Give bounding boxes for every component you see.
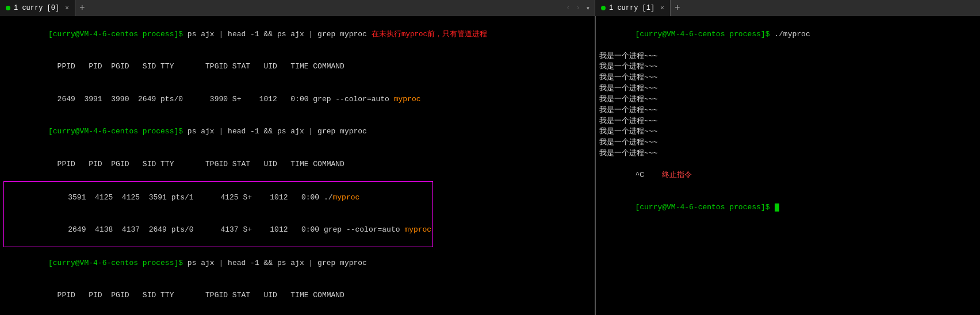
left-panel: [curry@VM-4-6-centos process]$ ps ajx | …	[0, 16, 595, 315]
tab-left[interactable]: 1 curry [0] ×	[0, 0, 75, 16]
nav-right-arrow[interactable]: ›	[574, 3, 583, 13]
left-terminal-content: [curry@VM-4-6-centos process]$ ps ajx | …	[0, 16, 595, 315]
right-terminal-content: [curry@VM-4-6-centos process]$ ./myproc …	[596, 16, 980, 315]
terminal-upper: [curry@VM-4-6-centos process]$ ps ajx | …	[3, 18, 591, 315]
tab-dot-left	[6, 6, 10, 10]
cursor-right	[775, 203, 779, 212]
prompt-1: [curry@VM-4-6-centos process]$	[48, 30, 183, 39]
right-panel: [curry@VM-4-6-centos process]$ ./myproc …	[595, 16, 980, 315]
nav-arrows-left: ‹ › ▾	[564, 3, 592, 14]
tab-bar: 1 curry [0] × + ‹ › ▾ 1 curry [1] × +	[0, 0, 980, 16]
tab-bar-right: 1 curry [1] × +	[595, 0, 980, 16]
ctrl-c-signal: ^C	[635, 171, 644, 179]
cmd-line-2: [curry@VM-4-6-centos process]$ ps ajx | …	[3, 116, 591, 149]
header-row-1: PPID PID PGID SID TTY TPGID STAT UID TIM…	[3, 51, 591, 84]
output-2: 我是一个进程~~~	[599, 62, 977, 72]
boxed-row-1: 3591 4125 4125 3591 pts/1 4125 S+ 1012 0…	[5, 182, 431, 214]
right-cmd-line: [curry@VM-4-6-centos process]$ ./myproc	[599, 18, 977, 51]
output-8: 我是一个进程~~~	[599, 126, 977, 137]
tab-add-right[interactable]: +	[671, 0, 684, 16]
data-row-3: 2649 4177 4176 2649 pts/0 4176 S+ 1012 0…	[3, 312, 591, 315]
output-7: 我是一个进程~~~	[599, 116, 977, 127]
tab-bar-left: 1 curry [0] × + ‹ › ▾	[0, 0, 595, 16]
tab-label-right: 1 curry [1]	[609, 4, 654, 12]
prompt-3: [curry@VM-4-6-centos process]$	[48, 259, 183, 267]
tab-right[interactable]: 1 curry [1] ×	[595, 0, 671, 16]
content-area: [curry@VM-4-6-centos process]$ ps ajx | …	[0, 16, 980, 315]
tab-close-left[interactable]: ×	[65, 5, 69, 11]
cmd-1: ps ajx | head -1 && ps ajx | grep myproc	[183, 30, 367, 39]
ctrl-c-line: ^C 终止指令	[599, 159, 977, 192]
output-5: 我是一个进程~~~	[599, 94, 977, 105]
cmd-line-3: [curry@VM-4-6-centos process]$ ps ajx | …	[3, 247, 591, 280]
right-final-prompt: [curry@VM-4-6-centos process]$	[599, 192, 977, 225]
tab-close-right[interactable]: ×	[660, 5, 664, 11]
cmd-line-1: [curry@VM-4-6-centos process]$ ps ajx | …	[3, 18, 591, 51]
output-9: 我是一个进程~~~	[599, 137, 977, 148]
output-1: 我是一个进程~~~	[599, 51, 977, 62]
output-10: 我是一个进程~~~	[599, 148, 977, 159]
nav-dropdown-left[interactable]: ▾	[584, 3, 592, 14]
prompt-2: [curry@VM-4-6-centos process]$	[48, 127, 183, 136]
boxed-row-2: 2649 4138 4137 2649 pts/0 4137 S+ 1012 0…	[5, 214, 431, 247]
right-command: ./myproc	[770, 30, 810, 39]
nav-left-arrow[interactable]: ‹	[564, 3, 572, 13]
output-4: 我是一个进程~~~	[599, 83, 977, 94]
output-3: 我是一个进程~~~	[599, 72, 977, 83]
right-prompt: [curry@VM-4-6-centos process]$	[635, 30, 770, 39]
header-row-3: PPID PID PGID SID TTY TPGID STAT UID TIM…	[3, 279, 591, 312]
tab-label-left: 1 curry [0]	[14, 4, 59, 12]
ctrl-c-label: 终止指令	[644, 171, 692, 179]
annotation-inline-1: 在未执行myproc前，只有管道进程	[372, 30, 487, 39]
output-6: 我是一个进程~~~	[599, 105, 977, 116]
tab-dot-right	[601, 6, 606, 10]
tab-add-left[interactable]: +	[75, 0, 89, 16]
data-row-1: 2649 3991 3990 2649 pts/0 3990 S+ 1012 0…	[3, 83, 591, 116]
header-row-2: PPID PID PGID SID TTY TPGID STAT UID TIM…	[3, 148, 591, 181]
boxed-rows: 3591 4125 4125 3591 pts/1 4125 S+ 1012 0…	[3, 181, 433, 247]
